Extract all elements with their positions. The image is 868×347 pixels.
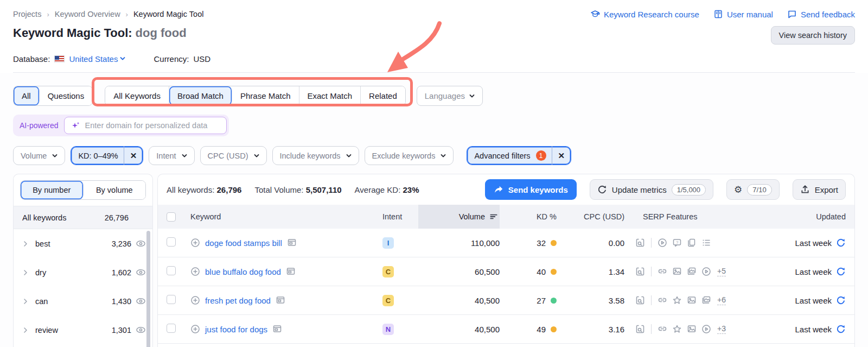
image-icon[interactable]: [687, 324, 697, 334]
table-row: just food for dogs N 40,500 49 3.16 +3: [158, 315, 854, 344]
serp-preview-icon[interactable]: [286, 267, 296, 276]
tab-by-number[interactable]: By number: [21, 181, 84, 199]
kd-filter-clear-icon[interactable]: ✕: [124, 146, 143, 165]
tab-questions[interactable]: Questions: [40, 86, 93, 105]
more-serp-features[interactable]: +5: [717, 267, 726, 276]
row-checkbox[interactable]: [167, 295, 176, 304]
volume-filter[interactable]: Volume: [13, 146, 65, 165]
eye-icon[interactable]: [136, 296, 146, 306]
link-icon[interactable]: [658, 267, 667, 276]
eye-icon[interactable]: [136, 238, 146, 249]
exclude-keywords-filter[interactable]: Exclude keywords: [365, 146, 454, 165]
row-checkbox[interactable]: [167, 324, 176, 333]
more-serp-features[interactable]: +3: [717, 324, 726, 334]
organic-results-icon[interactable]: [701, 238, 711, 248]
refresh-metrics-icon[interactable]: [836, 295, 846, 305]
tab-broad-match[interactable]: Broad Match: [169, 86, 232, 105]
keyword-research-course-link[interactable]: Keyword Research course: [590, 9, 699, 19]
tab-all[interactable]: All: [14, 86, 40, 105]
eye-icon[interactable]: [136, 325, 146, 335]
add-to-list-icon[interactable]: [190, 295, 200, 305]
keyword-link[interactable]: fresh pet dog food: [205, 296, 271, 305]
image-icon[interactable]: [672, 267, 682, 276]
video-icon[interactable]: [701, 324, 711, 334]
user-manual-link[interactable]: User manual: [713, 9, 773, 19]
keyword-link[interactable]: just food for dogs: [205, 325, 267, 334]
select-all-checkbox[interactable]: [167, 212, 176, 222]
sidebar-group-dry[interactable]: dry 1,602: [14, 258, 152, 287]
image-pack-icon[interactable]: [687, 267, 697, 276]
refresh-metrics-icon[interactable]: [836, 324, 846, 334]
send-keywords-button[interactable]: Send keywords: [485, 179, 577, 200]
more-serp-features[interactable]: +6: [717, 295, 726, 305]
add-to-list-icon[interactable]: [190, 324, 200, 334]
link-icon[interactable]: [658, 324, 667, 334]
video-icon[interactable]: [658, 238, 667, 248]
video-icon[interactable]: [701, 267, 711, 276]
sidebar-scrollbar[interactable]: [146, 231, 150, 347]
sidebar-group-review[interactable]: review 1,301: [14, 316, 152, 344]
col-cpc[interactable]: CPC (USD): [557, 212, 624, 221]
sidebar-group-can[interactable]: can 1,430: [14, 287, 152, 316]
serp-snapshot-icon[interactable]: [635, 295, 645, 305]
refresh-metrics-icon[interactable]: [836, 267, 846, 276]
people-also-ask-icon[interactable]: ?: [672, 238, 682, 248]
review-star-icon[interactable]: [672, 324, 682, 334]
sitelinks-icon[interactable]: [687, 238, 697, 248]
serp-preview-icon[interactable]: [276, 295, 285, 305]
cpc-filter[interactable]: CPC (USD): [200, 146, 267, 165]
col-keyword[interactable]: Keyword: [190, 212, 369, 221]
advanced-filters-clear-icon[interactable]: ✕: [552, 146, 571, 165]
sidebar-all-keywords-row[interactable]: All keywords 26,796: [14, 206, 152, 229]
domain-input[interactable]: [85, 121, 220, 130]
serp-snapshot-icon[interactable]: [635, 238, 645, 248]
chevron-down-icon: [182, 153, 187, 159]
row-checkbox[interactable]: [167, 237, 176, 247]
col-volume-sorted[interactable]: Volume: [418, 205, 500, 229]
kd-value: 49: [537, 325, 546, 334]
update-metrics-button[interactable]: Update metrics 1/5,000: [590, 179, 713, 200]
col-updated[interactable]: Updated: [787, 212, 846, 221]
serp-snapshot-icon[interactable]: [635, 324, 645, 334]
col-serp-features[interactable]: SERP Features: [624, 212, 787, 221]
link-icon[interactable]: [658, 295, 667, 305]
tab-exact-match[interactable]: Exact Match: [299, 86, 361, 105]
keyword-link[interactable]: doge food stamps bill: [205, 238, 282, 248]
table-row: fresh pet dog food C 40,500 27 3.58 +6: [158, 286, 854, 315]
col-intent[interactable]: Intent: [369, 212, 418, 221]
review-star-icon[interactable]: [672, 295, 682, 305]
advanced-filters-active[interactable]: Advanced filters 1 ✕: [467, 146, 571, 165]
sidebar-group-best[interactable]: best 3,236: [14, 229, 152, 258]
tab-related[interactable]: Related: [361, 86, 405, 105]
intent-filter[interactable]: Intent: [149, 146, 194, 165]
send-feedback-link[interactable]: Send feedback: [787, 9, 855, 19]
kd-value: 27: [537, 296, 546, 305]
col-kd[interactable]: KD %: [500, 212, 557, 221]
row-checkbox[interactable]: [167, 266, 176, 275]
include-keywords-filter[interactable]: Include keywords: [272, 146, 359, 165]
export-button[interactable]: Export: [793, 179, 846, 200]
serp-preview-icon[interactable]: [287, 238, 297, 248]
eye-icon[interactable]: [136, 267, 146, 277]
tab-by-volume[interactable]: By volume: [84, 181, 146, 199]
table-settings-button[interactable]: ⚙ 7/10: [726, 179, 780, 200]
view-search-history-button[interactable]: View search history: [771, 26, 855, 45]
languages-dropdown[interactable]: Languages: [417, 86, 483, 106]
image-pack-icon[interactable]: [701, 295, 711, 305]
chevron-right-icon: [21, 239, 30, 248]
graduation-cap-icon: [590, 9, 600, 19]
tab-all-keywords[interactable]: All Keywords: [105, 86, 169, 105]
database-selector[interactable]: United States: [69, 54, 125, 64]
add-to-list-icon[interactable]: [190, 267, 200, 276]
chevron-down-icon: [254, 153, 259, 159]
serp-preview-icon[interactable]: [272, 324, 282, 334]
tab-phrase-match[interactable]: Phrase Match: [232, 86, 299, 105]
breadcrumb-keyword-overview[interactable]: Keyword Overview: [55, 10, 120, 18]
kd-filter-active[interactable]: KD: 0–49% ✕: [71, 146, 143, 165]
keyword-link[interactable]: blue buffalo dog food: [205, 267, 281, 276]
serp-snapshot-icon[interactable]: [635, 267, 645, 276]
refresh-metrics-icon[interactable]: [836, 238, 846, 248]
add-to-list-icon[interactable]: [190, 238, 200, 248]
breadcrumb-projects[interactable]: Projects: [13, 10, 41, 18]
image-icon[interactable]: [687, 295, 697, 305]
